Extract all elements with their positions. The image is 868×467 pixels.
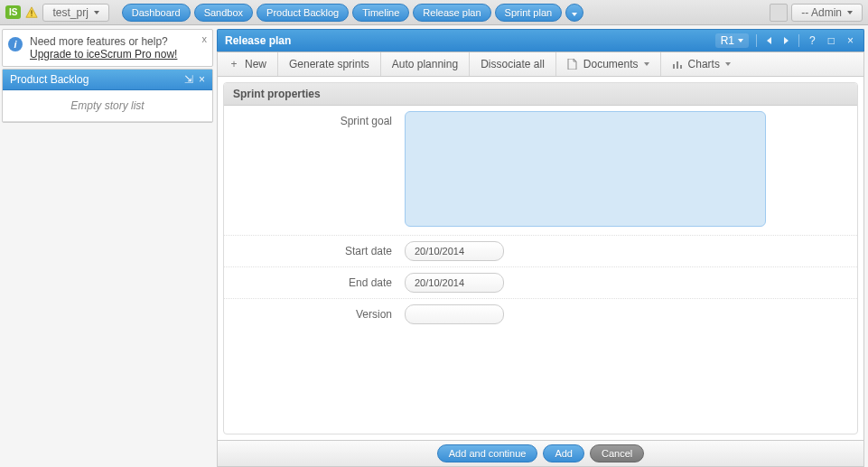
generate-sprints-label: Generate sprints [289,58,369,70]
svg-rect-1 [32,14,33,15]
project-selector-label: test_prj [52,6,88,19]
top-toolbar: IS test_prj Dashboard Sandbox Product Ba… [0,0,868,25]
chevron-down-icon [572,13,577,16]
version-input[interactable] [405,304,504,324]
product-backlog-panel: Product Backlog ⇲ × Empty story list [2,69,213,123]
release-selector[interactable]: R1 [715,33,749,48]
next-button[interactable] [781,34,791,47]
documents-label: Documents [583,58,639,70]
triangle-right-icon [784,37,789,44]
chevron-down-icon [94,11,99,14]
sprint-properties-form: Sprint goal Start date End date [224,106,857,434]
user-menu[interactable]: -- Admin [791,4,863,22]
label-start-date: Start date [233,241,405,261]
app-logo: IS [5,5,21,19]
prev-button[interactable] [764,34,774,47]
document-icon [567,59,578,70]
label-end-date: End date [233,273,405,293]
release-plan-title: Release plan [225,34,708,47]
release-plan-window: Release plan R1 ? □ × + New Generate spr… [215,25,868,467]
empty-backlog-message: Empty story list [3,90,212,122]
new-button[interactable]: + New [218,52,278,76]
nav-release-plan[interactable]: Release plan [413,4,490,22]
close-icon[interactable]: × [199,73,205,86]
dissociate-all-label: Dissociate all [481,58,545,70]
info-text: Need more features or help? Upgrade to i… [30,35,177,61]
release-plan-header: Release plan R1 ? □ × [217,29,864,51]
new-label: New [245,58,266,70]
avatar [770,4,788,22]
start-date-input[interactable] [405,241,504,261]
row-sprint-goal: Sprint goal [224,106,857,236]
nav-sandbox[interactable]: Sandbox [194,4,253,22]
add-and-continue-button[interactable]: Add and continue [437,444,538,462]
label-version: Version [233,304,405,324]
release-footer: Add and continue Add Cancel [217,441,864,467]
expand-icon[interactable]: ⇲ [184,73,193,86]
release-toolbar: + New Generate sprints Auto planning Dis… [217,51,864,77]
svg-rect-3 [677,61,678,69]
sprint-properties-panel: Sprint properties Sprint goal Start date [223,82,858,434]
product-backlog-header: Product Backlog ⇲ × [3,70,212,90]
product-backlog-title: Product Backlog [10,73,179,86]
svg-rect-2 [673,64,675,69]
user-menu-label: -- Admin [801,6,842,19]
label-sprint-goal: Sprint goal [233,111,405,229]
sprint-goal-input[interactable] [405,111,766,227]
nav-sprint-plan[interactable]: Sprint plan [495,4,563,22]
row-end-date: End date [224,267,857,299]
maximize-button[interactable]: □ [826,34,837,47]
upgrade-link[interactable]: Upgrade to iceScrum Pro now! [30,48,177,61]
dissociate-all-button[interactable]: Dissociate all [470,52,556,76]
release-badge-label: R1 [721,34,734,47]
close-button[interactable]: × [845,34,856,47]
svg-rect-0 [32,10,33,14]
nav-more[interactable] [565,4,583,22]
chevron-down-icon [847,11,853,14]
info-icon: i [8,37,23,51]
auto-planning-label: Auto planning [392,58,458,70]
sprint-properties-heading: Sprint properties [224,83,857,106]
chart-icon [672,59,683,70]
triangle-left-icon [767,37,771,44]
left-column: i Need more features or help? Upgrade to… [0,25,215,467]
svg-rect-4 [680,65,682,69]
row-version: Version [224,299,857,330]
info-line-1: Need more features or help? [30,35,177,48]
end-date-input[interactable] [405,273,504,293]
info-banner: i Need more features or help? Upgrade to… [2,29,213,67]
nav-dashboard[interactable]: Dashboard [122,4,191,22]
separator [756,34,757,47]
generate-sprints-button[interactable]: Generate sprints [278,52,381,76]
nav-product-backlog[interactable]: Product Backlog [257,4,349,22]
charts-label: Charts [688,58,720,70]
release-body: Sprint properties Sprint goal Start date [217,77,864,441]
separator [798,34,799,47]
chevron-down-icon [725,62,731,66]
help-button[interactable]: ? [807,34,818,47]
charts-menu[interactable]: Charts [661,52,742,76]
cancel-button[interactable]: Cancel [590,444,644,462]
chevron-down-icon [738,39,743,42]
chevron-down-icon [644,62,649,66]
content-area: i Need more features or help? Upgrade to… [0,25,868,467]
documents-menu[interactable]: Documents [556,52,661,76]
row-start-date: Start date [224,236,857,267]
warning-icon[interactable] [24,5,39,20]
project-selector[interactable]: test_prj [42,4,108,22]
close-icon[interactable]: x [202,33,208,44]
plus-icon: + [229,59,239,70]
nav-timeline[interactable]: Timeline [352,4,409,22]
add-button[interactable]: Add [543,444,584,462]
auto-planning-button[interactable]: Auto planning [381,52,470,76]
